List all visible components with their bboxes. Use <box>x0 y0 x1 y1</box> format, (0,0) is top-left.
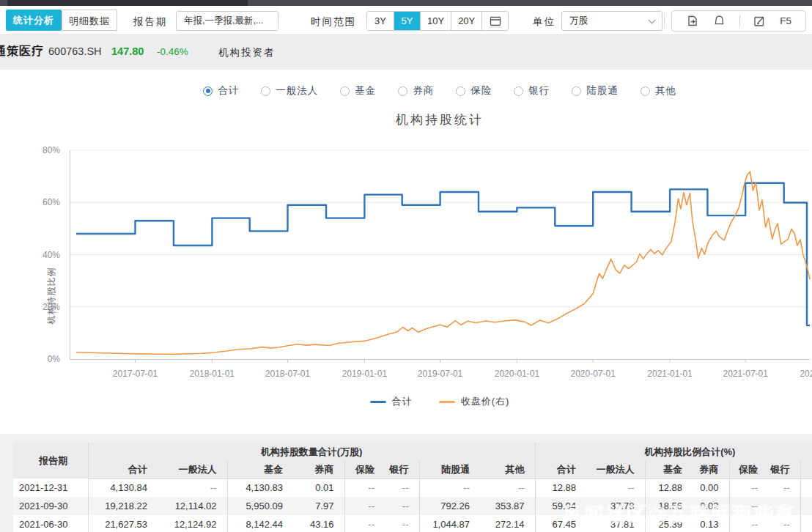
table-row[interactable]: 2021-09-3019,218.2212,114.025,950.097.97… <box>13 497 812 515</box>
table-cell: 25.39 <box>645 515 693 532</box>
table-cell: 37.81 <box>586 515 645 532</box>
column-header: 保险 <box>344 461 385 479</box>
time-range-3y[interactable]: 3Y <box>367 12 394 30</box>
report-period-select[interactable]: 年报,一季报,最新,... <box>176 11 278 31</box>
table-cell: -- <box>344 479 385 497</box>
time-range-label: 时间范围 <box>311 15 356 29</box>
legend-label: 收盘价(右) <box>461 395 510 408</box>
x-tick-label: 2018-01-01 <box>190 369 235 379</box>
table-row[interactable]: 2021-12-314,130.84--4,130.830.01--------… <box>13 479 812 497</box>
table-cell: -- <box>729 479 768 497</box>
radio-insurance[interactable]: 保险 <box>456 84 492 97</box>
table-cell: 0.01 <box>293 479 344 497</box>
calendar-button[interactable] <box>481 12 508 30</box>
legend-swatch-icon <box>439 401 455 403</box>
table-row[interactable]: 2021-06-3021,627.5312,124.928,142.4443.1… <box>13 515 812 532</box>
radio-circle-icon <box>398 86 407 96</box>
refresh-f5-button[interactable]: F5 <box>780 15 791 26</box>
menu-institutional-investors[interactable]: 机构投资者 <box>218 46 276 59</box>
stock-price: 147.80 <box>111 45 144 57</box>
column-header: 券商 <box>293 461 344 479</box>
table-cell: -- <box>768 497 800 515</box>
stock-code: 600763.SH <box>48 45 102 57</box>
radio-label: 券商 <box>413 84 434 97</box>
table-cell: -- <box>344 497 385 515</box>
table-cell: 0.00 <box>693 479 729 497</box>
table-cell: -- <box>385 497 419 515</box>
column-header: 银行 <box>768 461 800 479</box>
table-cell: 12.88 <box>645 479 693 497</box>
report-period-label: 报告期 <box>133 15 168 29</box>
y-tick-label: 0% <box>48 354 60 364</box>
table-cell: 7.97 <box>293 497 344 515</box>
radio-broker[interactable]: 券商 <box>398 84 434 97</box>
radio-other[interactable]: 其他 <box>641 84 676 97</box>
table-cell: 8,142.44 <box>227 515 293 532</box>
legend-label: 合计 <box>392 395 413 408</box>
radio-total[interactable]: 合计 <box>203 84 239 97</box>
legend-item[interactable]: 收盘价(右) <box>439 395 510 408</box>
radio-fund[interactable]: 基金 <box>340 84 376 97</box>
table-cell: 4,130.84 <box>88 479 158 497</box>
time-range-5y[interactable]: 5Y <box>394 12 420 30</box>
toolbar-icon-group: F5 <box>671 10 806 32</box>
radio-label: 基金 <box>355 84 376 97</box>
stock-change: -0.46% <box>157 46 188 57</box>
table-cell: -- <box>385 479 419 497</box>
table-cell: 67.45 <box>535 515 586 532</box>
toolbar-divider <box>664 12 665 29</box>
column-header: 合计 <box>535 461 586 479</box>
column-header: 一般法人 <box>158 461 227 479</box>
table-cell: 19,218.22 <box>88 497 158 515</box>
chevron-down-icon <box>649 16 656 23</box>
holder-type-radio-group: 合计一般法人基金券商保险银行陆股通其他 <box>70 84 810 97</box>
edit-icon[interactable] <box>753 15 766 27</box>
tab-statistical-analysis[interactable]: 统计分析 <box>6 10 62 31</box>
table-cell: 43.16 <box>293 515 344 532</box>
table-cell: -- <box>586 479 645 497</box>
table-cell: 12.88 <box>535 479 586 497</box>
table-cell: -- <box>158 479 227 497</box>
unit-label: 单位 <box>533 15 556 29</box>
radio-general-legal-person[interactable]: 一般法人 <box>261 84 318 97</box>
table-cell: -- <box>729 497 768 515</box>
unit-select[interactable]: 万股 <box>561 11 662 31</box>
y-tick-label: 40% <box>43 250 60 260</box>
main-toolbar: 统计分析 明细数据 报告期 年报,一季报,最新,... 时间范围 3Y 5Y 1… <box>0 6 812 35</box>
table-cell: -- <box>419 479 480 497</box>
radio-circle-icon <box>340 86 350 96</box>
table-cell: 37.78 <box>586 497 645 515</box>
x-tick-label: 2021-01-01 <box>647 369 692 379</box>
time-range-10y[interactable]: 10Y <box>420 12 451 30</box>
calendar-icon <box>490 15 501 26</box>
bell-icon[interactable] <box>713 15 726 27</box>
x-tick-label: 2022-01-01 <box>800 369 812 379</box>
radio-bank[interactable]: 银行 <box>514 84 550 97</box>
radio-label: 一般法人 <box>276 84 318 97</box>
unit-value: 万股 <box>569 15 588 27</box>
radio-northbound[interactable]: 陆股通 <box>572 84 619 97</box>
chart-title: 机构持股统计 <box>70 111 810 128</box>
legend-item[interactable]: 合计 <box>370 395 413 408</box>
table-cell: 59.94 <box>535 497 586 515</box>
export-icon[interactable] <box>686 15 699 27</box>
window-titlebar <box>0 0 812 6</box>
table-cell: 792.26 <box>419 497 480 515</box>
legend-swatch-icon <box>370 401 386 403</box>
time-range-20y[interactable]: 20Y <box>451 12 481 30</box>
table-cell: 353.87 <box>480 497 535 515</box>
table-cell: -- <box>480 479 535 497</box>
holdings-chart[interactable] <box>70 150 810 364</box>
price-series-line <box>76 171 810 354</box>
radio-circle-icon <box>261 86 270 96</box>
column-header: 基金 <box>227 461 293 479</box>
holdings-table: 报告期 机构持股数量合计(万股) 机构持股比例合计(%) 合计一般法人基金券商保… <box>13 443 812 532</box>
table-cell: 0.02 <box>693 497 729 515</box>
tab-detail-data[interactable]: 明细数据 <box>62 10 117 31</box>
x-tick-label: 2018-07-01 <box>265 369 310 379</box>
report-period-column-header: 报告期 <box>13 443 88 479</box>
report-period-value: 年报,一季报,最新,... <box>184 15 263 27</box>
table-cell: 4,130.83 <box>227 479 293 497</box>
table-cell: 272.14 <box>480 515 535 532</box>
x-axis-ticks: 2017-07-012018-01-012018-07-012019-01-01… <box>70 369 810 380</box>
